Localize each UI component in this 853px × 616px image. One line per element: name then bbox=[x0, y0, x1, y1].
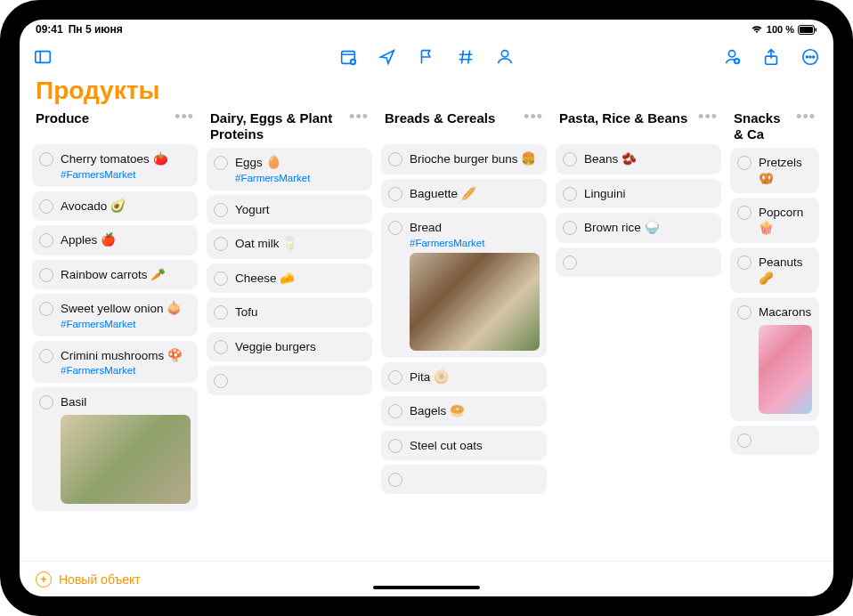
reminder-item[interactable]: Basil bbox=[32, 387, 198, 511]
reminder-empty[interactable] bbox=[556, 247, 721, 277]
more-button[interactable] bbox=[800, 46, 821, 68]
reminder-empty[interactable] bbox=[381, 465, 547, 494]
share-button[interactable] bbox=[760, 46, 782, 68]
checkbox-circle[interactable] bbox=[39, 199, 53, 214]
checkbox-circle[interactable] bbox=[214, 272, 228, 286]
checkbox-circle[interactable] bbox=[737, 255, 751, 270]
reminder-tag[interactable]: #FarmersMarket bbox=[410, 238, 540, 248]
checkbox-circle[interactable] bbox=[39, 268, 53, 282]
checkbox-circle[interactable] bbox=[39, 395, 53, 409]
page-title: Продукты bbox=[20, 75, 833, 110]
checkbox-circle[interactable] bbox=[563, 255, 577, 270]
reminder-item[interactable]: Popcorn 🍿 bbox=[730, 198, 819, 243]
column-more-button[interactable]: ••• bbox=[349, 110, 369, 123]
column-more-button[interactable]: ••• bbox=[175, 110, 194, 123]
reminder-item[interactable]: Cheese 🧀 bbox=[207, 263, 372, 294]
reminder-label: Baguette 🥖 bbox=[410, 186, 540, 202]
sidebar-toggle-button[interactable] bbox=[32, 46, 53, 68]
reminder-item[interactable]: Rainbow carrots 🥕 bbox=[32, 260, 198, 290]
calendar-button[interactable] bbox=[337, 46, 359, 68]
checkbox-circle[interactable] bbox=[563, 221, 577, 235]
column-more-button[interactable]: ••• bbox=[796, 110, 816, 123]
reminder-item[interactable]: Brown rice 🍚 bbox=[556, 213, 721, 243]
checkbox-circle[interactable] bbox=[39, 349, 53, 363]
reminder-item[interactable]: Bread#FarmersMarket bbox=[381, 213, 547, 358]
reminder-item[interactable]: Oat milk 🥛 bbox=[207, 229, 372, 259]
toolbar bbox=[20, 39, 833, 75]
checkbox-circle[interactable] bbox=[737, 305, 751, 320]
reminder-item[interactable]: Beans 🫘 bbox=[556, 144, 721, 174]
checkbox-circle[interactable] bbox=[737, 206, 751, 220]
checkbox-circle[interactable] bbox=[737, 434, 751, 448]
reminder-item[interactable]: Cherry tomatoes 🍅#FarmersMarket bbox=[32, 144, 198, 187]
reminder-item[interactable]: Steel cut oats bbox=[381, 431, 547, 461]
person-button[interactable] bbox=[494, 46, 516, 68]
location-button[interactable] bbox=[377, 46, 398, 68]
reminder-label: Crimini mushrooms 🍄 bbox=[61, 348, 191, 364]
reminder-item[interactable]: Brioche burger buns 🍔 bbox=[381, 144, 547, 174]
reminder-label: Bread bbox=[410, 220, 540, 236]
checkbox-circle[interactable] bbox=[39, 302, 53, 316]
checkbox-circle[interactable] bbox=[737, 156, 751, 170]
reminder-item[interactable]: Yogurt bbox=[207, 195, 372, 225]
checkbox-circle[interactable] bbox=[39, 152, 53, 166]
reminder-item[interactable]: Sweet yellow onion 🧅#FarmersMarket bbox=[32, 294, 198, 336]
reminder-tag[interactable]: #FarmersMarket bbox=[235, 173, 365, 183]
reminder-tag[interactable]: #FarmersMarket bbox=[61, 319, 191, 329]
reminder-item[interactable]: Veggie burgers bbox=[207, 332, 372, 362]
flag-button[interactable] bbox=[416, 46, 437, 68]
reminder-label: Veggie burgers bbox=[235, 339, 365, 355]
checkbox-circle[interactable] bbox=[388, 473, 402, 487]
reminder-tag[interactable]: #FarmersMarket bbox=[61, 169, 191, 180]
checkbox-circle[interactable] bbox=[214, 203, 228, 217]
collaborate-button[interactable] bbox=[721, 46, 743, 68]
reminder-image bbox=[410, 253, 540, 351]
checkbox-circle[interactable] bbox=[563, 187, 577, 201]
reminder-item[interactable]: Avocado 🥑 bbox=[32, 191, 198, 222]
checkbox-circle[interactable] bbox=[388, 152, 402, 166]
checkbox-circle[interactable] bbox=[563, 152, 577, 166]
reminder-label: Sweet yellow onion 🧅 bbox=[61, 301, 191, 317]
checkbox-circle[interactable] bbox=[214, 156, 228, 170]
reminder-tag[interactable]: #FarmersMarket bbox=[61, 365, 191, 376]
home-indicator bbox=[373, 586, 480, 589]
reminder-empty[interactable] bbox=[730, 426, 819, 455]
column-title: Snacks & Ca bbox=[734, 110, 796, 142]
reminder-item[interactable]: Baguette 🥖 bbox=[381, 179, 547, 209]
checkbox-circle[interactable] bbox=[214, 374, 228, 388]
column-title: Dairy, Eggs & Plant Proteins bbox=[210, 110, 349, 142]
reminder-label: Brioche burger buns 🍔 bbox=[410, 151, 540, 167]
add-new-button[interactable]: Новый объект bbox=[59, 572, 141, 587]
reminder-item[interactable]: Pita 🫓 bbox=[381, 362, 547, 393]
reminder-item[interactable]: Peanuts 🥜 bbox=[730, 247, 819, 293]
checkbox-circle[interactable] bbox=[388, 370, 402, 385]
checkbox-circle[interactable] bbox=[388, 404, 402, 418]
reminder-item[interactable]: Tofu bbox=[207, 297, 372, 328]
reminder-item[interactable]: Bagels 🥯 bbox=[381, 396, 547, 426]
reminder-item[interactable]: Linguini bbox=[556, 179, 721, 209]
board[interactable]: Produce•••Cherry tomatoes 🍅#FarmersMarke… bbox=[20, 110, 833, 561]
svg-point-19 bbox=[813, 56, 815, 58]
reminder-item[interactable]: Eggs 🥚#FarmersMarket bbox=[207, 148, 372, 190]
reminder-item[interactable]: Crimini mushrooms 🍄#FarmersMarket bbox=[32, 341, 198, 384]
checkbox-circle[interactable] bbox=[388, 439, 402, 453]
checkbox-circle[interactable] bbox=[39, 233, 53, 247]
reminder-item[interactable]: Macarons bbox=[730, 297, 819, 421]
column: Snacks & Ca•••Pretzels 🥨Popcorn 🍿Peanuts… bbox=[730, 110, 819, 561]
svg-rect-3 bbox=[36, 52, 51, 63]
reminder-label: Cherry tomatoes 🍅 bbox=[61, 151, 191, 167]
checkbox-circle[interactable] bbox=[214, 340, 228, 354]
checkbox-circle[interactable] bbox=[388, 187, 402, 201]
tag-button[interactable] bbox=[455, 46, 476, 68]
add-icon[interactable]: + bbox=[36, 571, 52, 588]
reminder-item[interactable]: Apples 🍎 bbox=[32, 225, 198, 255]
column-more-button[interactable]: ••• bbox=[698, 110, 718, 123]
checkbox-circle[interactable] bbox=[214, 305, 228, 320]
column-more-button[interactable]: ••• bbox=[524, 110, 543, 123]
reminder-label: Beans 🫘 bbox=[584, 151, 714, 167]
reminder-item[interactable]: Pretzels 🥨 bbox=[730, 148, 819, 193]
reminder-empty[interactable] bbox=[207, 366, 372, 395]
checkbox-circle[interactable] bbox=[214, 237, 228, 251]
checkbox-circle[interactable] bbox=[388, 221, 402, 235]
reminder-label: Macarons bbox=[759, 304, 812, 320]
